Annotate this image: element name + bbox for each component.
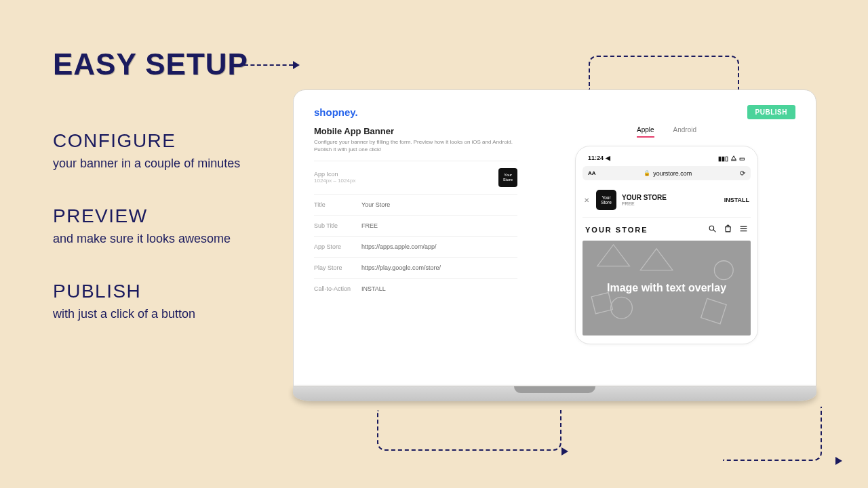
- store-name: YOUR STORE: [585, 226, 648, 234]
- step-publish-title: PUBLISH: [53, 281, 263, 302]
- field-label: Call-to-Action: [314, 285, 361, 292]
- field-cta[interactable]: Call-to-Action INSTALL: [314, 278, 517, 299]
- field-subtitle[interactable]: Sub Title FREE: [314, 215, 517, 236]
- arrow-tip-icon: [835, 457, 842, 465]
- hero-image-text: Image with text overlay: [596, 281, 737, 296]
- field-value[interactable]: FREE: [361, 222, 517, 229]
- arrow-tip-icon: [561, 447, 568, 455]
- arrow-dash-bottom-right: [723, 407, 822, 461]
- phone-urlbar[interactable]: AA 🔒 yourstore.com ⟳: [583, 166, 751, 180]
- step-preview-desc: and make sure it looks awesome: [53, 230, 263, 248]
- app-icon-thumb[interactable]: Your Store: [498, 168, 517, 187]
- tab-android[interactable]: Android: [673, 126, 696, 138]
- phone-status-bar: 11:24 ◀ ▮▮▯ ⧋ ▭: [583, 153, 751, 166]
- bag-icon[interactable]: [724, 224, 732, 235]
- storefront-header: YOUR STORE: [583, 224, 751, 241]
- status-time: 11:24 ◀: [588, 155, 610, 162]
- arrow-dash-top-right: [589, 56, 739, 89]
- signal-icon: ▮▮▯: [718, 155, 728, 162]
- field-label: Sub Title: [314, 222, 361, 229]
- field-label: Play Store: [314, 264, 361, 271]
- banner-app-icon-label: Your Store: [596, 195, 616, 205]
- smart-app-banner: ✕ Your Store YOUR STORE FREE INSTALL: [583, 186, 751, 218]
- svg-point-0: [709, 226, 714, 230]
- search-icon[interactable]: [708, 224, 717, 235]
- brand-logo: shopney.: [314, 106, 358, 118]
- step-preview-title: PREVIEW: [53, 205, 263, 227]
- field-label: App Icon: [314, 171, 361, 178]
- svg-rect-10: [591, 293, 612, 314]
- phone-frame: 11:24 ◀ ▮▮▯ ⧋ ▭ AA 🔒 yourstore.com: [575, 146, 758, 344]
- arrow-dash-bottom-left: [377, 410, 561, 451]
- laptop-frame: shopney. PUBLISH Mobile App Banner Confi…: [293, 89, 816, 401]
- config-hint: Configure your banner by filling the for…: [314, 139, 517, 154]
- arrow-dash-top: [244, 64, 293, 66]
- svg-point-8: [714, 261, 733, 280]
- field-value[interactable]: INSTALL: [361, 285, 517, 292]
- svg-line-1: [713, 230, 715, 232]
- banner-subtitle: FREE: [622, 201, 719, 206]
- battery-icon: ▭: [739, 155, 745, 162]
- field-title[interactable]: Title Your Store: [314, 194, 517, 215]
- close-icon[interactable]: ✕: [584, 197, 591, 204]
- svg-marker-5: [597, 245, 630, 266]
- publish-button[interactable]: PUBLISH: [747, 105, 795, 119]
- step-publish-desc: with just a click of a button: [53, 305, 263, 323]
- preview-panel: Apple Android 11:24 ◀ ▮▮▯ ⧋ ▭ AA: [538, 126, 795, 377]
- install-button[interactable]: INSTALL: [724, 197, 749, 203]
- menu-icon[interactable]: [739, 224, 748, 235]
- laptop-base: [293, 386, 816, 401]
- field-label: App Store: [314, 243, 361, 250]
- laptop-notch: [514, 386, 595, 393]
- banner-title: YOUR STORE: [622, 194, 719, 201]
- lock-icon: 🔒: [644, 170, 650, 176]
- banner-app-icon: Your Store: [596, 190, 616, 210]
- url-text: yourstore.com: [653, 170, 692, 177]
- page-title: EASY SETUP: [53, 47, 263, 81]
- text-size-icon[interactable]: AA: [588, 170, 596, 176]
- hero-image-placeholder: Image with text overlay: [583, 241, 751, 336]
- field-app-icon[interactable]: App Icon 1024px – 1024px Your Store: [314, 161, 517, 194]
- app-icon-thumb-label: Your Store: [498, 173, 517, 182]
- field-hint: 1024px – 1024px: [314, 178, 361, 184]
- svg-marker-9: [640, 249, 673, 270]
- arrow-tip-icon: [293, 61, 300, 69]
- wifi-icon: ⧋: [731, 155, 736, 162]
- field-value[interactable]: https://play.google.com/store/: [361, 264, 517, 271]
- app-screen: shopney. PUBLISH Mobile App Banner Confi…: [293, 89, 816, 386]
- field-playstore[interactable]: Play Store https://play.google.com/store…: [314, 257, 517, 278]
- svg-point-7: [611, 297, 633, 319]
- field-value[interactable]: Your Store: [361, 201, 517, 208]
- svg-rect-6: [701, 298, 726, 323]
- field-appstore[interactable]: App Store https://apps.apple.com/app/: [314, 236, 517, 257]
- field-label: Title: [314, 201, 361, 208]
- config-title: Mobile App Banner: [314, 126, 517, 136]
- config-panel: Mobile App Banner Configure your banner …: [314, 126, 517, 377]
- field-value[interactable]: https://apps.apple.com/app/: [361, 243, 517, 250]
- refresh-icon[interactable]: ⟳: [740, 169, 745, 177]
- step-configure-title: CONFIGURE: [53, 130, 263, 152]
- step-configure-desc: your banner in a couple of minutes: [53, 155, 263, 173]
- tab-apple[interactable]: Apple: [637, 126, 654, 138]
